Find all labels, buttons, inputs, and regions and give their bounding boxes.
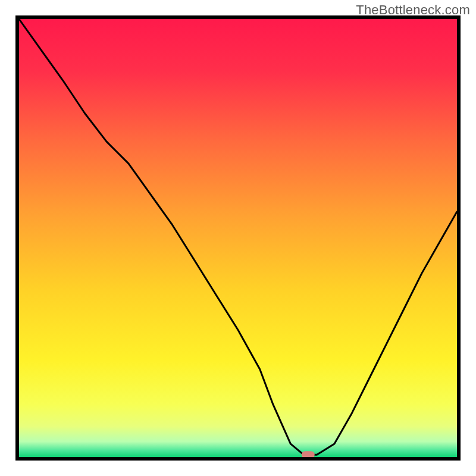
watermark-text: TheBottleneck.com xyxy=(356,2,470,18)
bottleneck-chart xyxy=(0,0,476,476)
chart-container: TheBottleneck.com xyxy=(0,0,476,476)
plot-area xyxy=(17,17,459,459)
gradient-background xyxy=(19,19,457,457)
